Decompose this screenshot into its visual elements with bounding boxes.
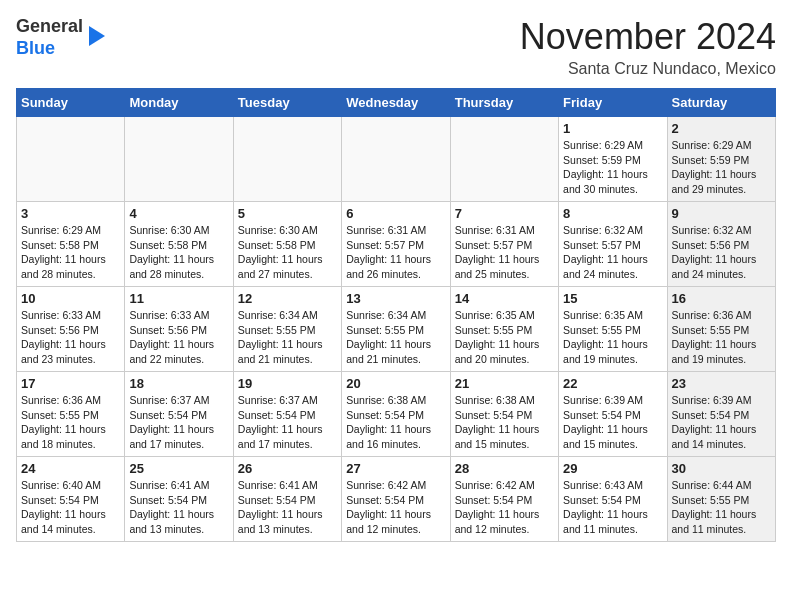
day-info: Sunrise: 6:39 AM Sunset: 5:54 PM Dayligh… <box>563 393 662 452</box>
day-number: 23 <box>672 376 771 391</box>
logo-arrow-icon <box>89 26 105 46</box>
calendar-cell: 17Sunrise: 6:36 AM Sunset: 5:55 PM Dayli… <box>17 372 125 457</box>
calendar-cell: 3Sunrise: 6:29 AM Sunset: 5:58 PM Daylig… <box>17 202 125 287</box>
day-number: 5 <box>238 206 337 221</box>
calendar-cell: 29Sunrise: 6:43 AM Sunset: 5:54 PM Dayli… <box>559 457 667 542</box>
day-info: Sunrise: 6:38 AM Sunset: 5:54 PM Dayligh… <box>455 393 554 452</box>
day-number: 17 <box>21 376 120 391</box>
day-number: 14 <box>455 291 554 306</box>
day-info: Sunrise: 6:34 AM Sunset: 5:55 PM Dayligh… <box>238 308 337 367</box>
day-number: 11 <box>129 291 228 306</box>
calendar-week-1: 1Sunrise: 6:29 AM Sunset: 5:59 PM Daylig… <box>17 117 776 202</box>
calendar-cell: 27Sunrise: 6:42 AM Sunset: 5:54 PM Dayli… <box>342 457 450 542</box>
weekday-header-thursday: Thursday <box>450 89 558 117</box>
calendar-cell: 10Sunrise: 6:33 AM Sunset: 5:56 PM Dayli… <box>17 287 125 372</box>
calendar-cell: 6Sunrise: 6:31 AM Sunset: 5:57 PM Daylig… <box>342 202 450 287</box>
day-number: 27 <box>346 461 445 476</box>
calendar-table: SundayMondayTuesdayWednesdayThursdayFrid… <box>16 88 776 542</box>
calendar-cell: 22Sunrise: 6:39 AM Sunset: 5:54 PM Dayli… <box>559 372 667 457</box>
day-number: 4 <box>129 206 228 221</box>
day-info: Sunrise: 6:32 AM Sunset: 5:56 PM Dayligh… <box>672 223 771 282</box>
day-info: Sunrise: 6:42 AM Sunset: 5:54 PM Dayligh… <box>455 478 554 537</box>
day-info: Sunrise: 6:40 AM Sunset: 5:54 PM Dayligh… <box>21 478 120 537</box>
day-number: 26 <box>238 461 337 476</box>
day-info: Sunrise: 6:34 AM Sunset: 5:55 PM Dayligh… <box>346 308 445 367</box>
day-info: Sunrise: 6:37 AM Sunset: 5:54 PM Dayligh… <box>238 393 337 452</box>
day-info: Sunrise: 6:35 AM Sunset: 5:55 PM Dayligh… <box>563 308 662 367</box>
calendar-cell: 23Sunrise: 6:39 AM Sunset: 5:54 PM Dayli… <box>667 372 775 457</box>
page-header: General Blue November 2024 Santa Cruz Nu… <box>16 16 776 78</box>
day-info: Sunrise: 6:43 AM Sunset: 5:54 PM Dayligh… <box>563 478 662 537</box>
day-number: 16 <box>672 291 771 306</box>
day-info: Sunrise: 6:36 AM Sunset: 5:55 PM Dayligh… <box>21 393 120 452</box>
calendar-cell: 19Sunrise: 6:37 AM Sunset: 5:54 PM Dayli… <box>233 372 341 457</box>
calendar-cell: 12Sunrise: 6:34 AM Sunset: 5:55 PM Dayli… <box>233 287 341 372</box>
day-info: Sunrise: 6:38 AM Sunset: 5:54 PM Dayligh… <box>346 393 445 452</box>
calendar-cell <box>125 117 233 202</box>
weekday-header-saturday: Saturday <box>667 89 775 117</box>
day-info: Sunrise: 6:37 AM Sunset: 5:54 PM Dayligh… <box>129 393 228 452</box>
day-number: 10 <box>21 291 120 306</box>
day-number: 2 <box>672 121 771 136</box>
day-number: 20 <box>346 376 445 391</box>
calendar-cell: 9Sunrise: 6:32 AM Sunset: 5:56 PM Daylig… <box>667 202 775 287</box>
day-info: Sunrise: 6:44 AM Sunset: 5:55 PM Dayligh… <box>672 478 771 537</box>
weekday-header-row: SundayMondayTuesdayWednesdayThursdayFrid… <box>17 89 776 117</box>
calendar-week-4: 17Sunrise: 6:36 AM Sunset: 5:55 PM Dayli… <box>17 372 776 457</box>
calendar-cell: 30Sunrise: 6:44 AM Sunset: 5:55 PM Dayli… <box>667 457 775 542</box>
calendar-week-3: 10Sunrise: 6:33 AM Sunset: 5:56 PM Dayli… <box>17 287 776 372</box>
day-number: 28 <box>455 461 554 476</box>
weekday-header-friday: Friday <box>559 89 667 117</box>
day-info: Sunrise: 6:29 AM Sunset: 5:59 PM Dayligh… <box>672 138 771 197</box>
day-number: 3 <box>21 206 120 221</box>
day-number: 22 <box>563 376 662 391</box>
calendar-cell <box>342 117 450 202</box>
calendar-cell: 5Sunrise: 6:30 AM Sunset: 5:58 PM Daylig… <box>233 202 341 287</box>
day-info: Sunrise: 6:42 AM Sunset: 5:54 PM Dayligh… <box>346 478 445 537</box>
day-number: 21 <box>455 376 554 391</box>
day-info: Sunrise: 6:30 AM Sunset: 5:58 PM Dayligh… <box>129 223 228 282</box>
day-number: 30 <box>672 461 771 476</box>
day-number: 6 <box>346 206 445 221</box>
day-info: Sunrise: 6:41 AM Sunset: 5:54 PM Dayligh… <box>129 478 228 537</box>
logo-blue-text: Blue <box>16 38 55 58</box>
day-number: 18 <box>129 376 228 391</box>
day-number: 1 <box>563 121 662 136</box>
calendar-cell: 2Sunrise: 6:29 AM Sunset: 5:59 PM Daylig… <box>667 117 775 202</box>
day-info: Sunrise: 6:41 AM Sunset: 5:54 PM Dayligh… <box>238 478 337 537</box>
day-number: 9 <box>672 206 771 221</box>
location-text: Santa Cruz Nundaco, Mexico <box>520 60 776 78</box>
day-number: 19 <box>238 376 337 391</box>
day-info: Sunrise: 6:36 AM Sunset: 5:55 PM Dayligh… <box>672 308 771 367</box>
calendar-cell: 26Sunrise: 6:41 AM Sunset: 5:54 PM Dayli… <box>233 457 341 542</box>
calendar-cell: 25Sunrise: 6:41 AM Sunset: 5:54 PM Dayli… <box>125 457 233 542</box>
calendar-week-2: 3Sunrise: 6:29 AM Sunset: 5:58 PM Daylig… <box>17 202 776 287</box>
calendar-cell: 13Sunrise: 6:34 AM Sunset: 5:55 PM Dayli… <box>342 287 450 372</box>
calendar-cell <box>17 117 125 202</box>
calendar-cell: 16Sunrise: 6:36 AM Sunset: 5:55 PM Dayli… <box>667 287 775 372</box>
calendar-cell: 21Sunrise: 6:38 AM Sunset: 5:54 PM Dayli… <box>450 372 558 457</box>
calendar-cell: 28Sunrise: 6:42 AM Sunset: 5:54 PM Dayli… <box>450 457 558 542</box>
day-info: Sunrise: 6:35 AM Sunset: 5:55 PM Dayligh… <box>455 308 554 367</box>
day-number: 7 <box>455 206 554 221</box>
day-info: Sunrise: 6:29 AM Sunset: 5:58 PM Dayligh… <box>21 223 120 282</box>
day-info: Sunrise: 6:30 AM Sunset: 5:58 PM Dayligh… <box>238 223 337 282</box>
weekday-header-monday: Monday <box>125 89 233 117</box>
title-block: November 2024 Santa Cruz Nundaco, Mexico <box>520 16 776 78</box>
day-number: 15 <box>563 291 662 306</box>
calendar-week-5: 24Sunrise: 6:40 AM Sunset: 5:54 PM Dayli… <box>17 457 776 542</box>
day-number: 29 <box>563 461 662 476</box>
day-number: 13 <box>346 291 445 306</box>
logo-general-text: General <box>16 16 83 36</box>
calendar-cell: 8Sunrise: 6:32 AM Sunset: 5:57 PM Daylig… <box>559 202 667 287</box>
weekday-header-sunday: Sunday <box>17 89 125 117</box>
day-info: Sunrise: 6:31 AM Sunset: 5:57 PM Dayligh… <box>455 223 554 282</box>
day-info: Sunrise: 6:32 AM Sunset: 5:57 PM Dayligh… <box>563 223 662 282</box>
weekday-header-wednesday: Wednesday <box>342 89 450 117</box>
logo: General Blue <box>16 16 105 59</box>
day-number: 12 <box>238 291 337 306</box>
day-number: 25 <box>129 461 228 476</box>
calendar-cell: 24Sunrise: 6:40 AM Sunset: 5:54 PM Dayli… <box>17 457 125 542</box>
day-info: Sunrise: 6:29 AM Sunset: 5:59 PM Dayligh… <box>563 138 662 197</box>
calendar-cell: 1Sunrise: 6:29 AM Sunset: 5:59 PM Daylig… <box>559 117 667 202</box>
